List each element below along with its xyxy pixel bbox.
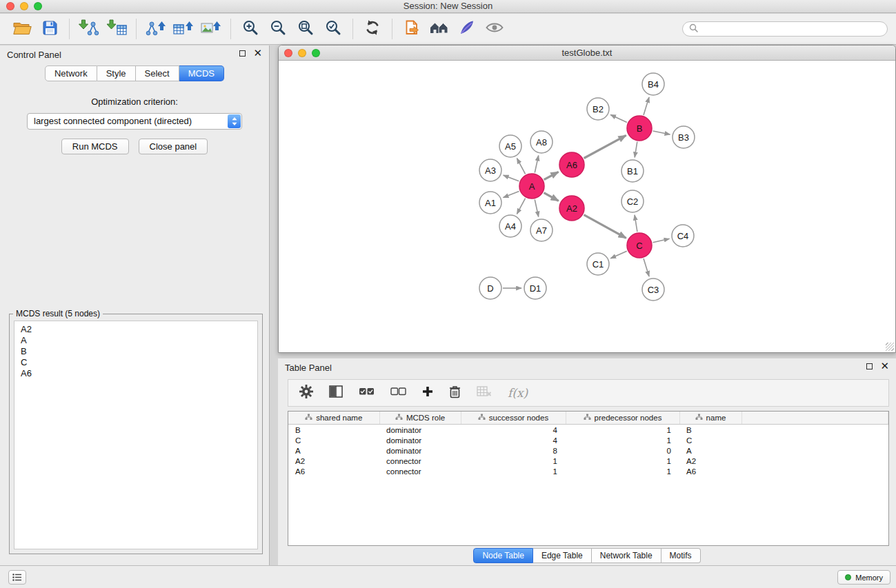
- network-node-C[interactable]: C: [627, 233, 652, 258]
- refresh-button[interactable]: [359, 16, 386, 42]
- import-table-from-file-button[interactable]: [103, 16, 130, 42]
- resize-grip[interactable]: [886, 343, 894, 351]
- export-network-button[interactable]: [142, 16, 170, 42]
- close-table-panel-icon[interactable]: ✕: [880, 363, 889, 369]
- import-network-from-file-button[interactable]: [75, 16, 103, 42]
- network-node-B[interactable]: B: [627, 116, 652, 141]
- table-row[interactable]: Bdominator41B: [288, 425, 888, 436]
- table-row[interactable]: A6connector11A6: [288, 466, 888, 476]
- delete-table-button-disabled[interactable]: [477, 386, 492, 400]
- tab-network-table[interactable]: Network Table: [592, 548, 661, 563]
- network-edge-B-B1[interactable]: [635, 142, 637, 158]
- network-graph[interactable]: B4B2BB3A5A8A6A3B1AC2A1A2A4A7C4CC1DD1C3: [279, 61, 895, 352]
- node-table[interactable]: shared nameMCDS rolesuccessor nodesprede…: [288, 411, 889, 546]
- close-window-button[interactable]: [6, 2, 14, 10]
- network-close-button[interactable]: [284, 49, 292, 57]
- open-recent-file-button[interactable]: [398, 16, 426, 42]
- table-settings-button[interactable]: [299, 385, 313, 401]
- network-edge-A-A1[interactable]: [504, 191, 519, 197]
- network-edge-C-C3[interactable]: [644, 258, 649, 276]
- network-edge-C-C2[interactable]: [635, 215, 637, 232]
- network-node-B3[interactable]: B3: [673, 126, 695, 148]
- network-node-B1[interactable]: B1: [621, 160, 644, 182]
- criterion-dropdown[interactable]: largest connected component (directed): [27, 113, 242, 130]
- network-node-A1[interactable]: A1: [479, 192, 501, 214]
- network-edge-A6-B[interactable]: [584, 135, 626, 158]
- network-node-C1[interactable]: C1: [587, 253, 609, 275]
- tab-edge-table[interactable]: Edge Table: [533, 548, 592, 563]
- column-header-successor-nodes[interactable]: successor nodes: [461, 412, 566, 425]
- network-canvas[interactable]: B4B2BB3A5A8A6A3B1AC2A1A2A4A7C4CC1DD1C3: [279, 61, 895, 352]
- network-window-titlebar[interactable]: testGlobe.txt: [279, 45, 895, 61]
- column-header-shared-name[interactable]: shared name: [288, 412, 379, 425]
- network-edge-B-B3[interactable]: [653, 131, 670, 134]
- table-row[interactable]: Cdominator41C: [288, 435, 888, 445]
- network-node-A7[interactable]: A7: [530, 219, 552, 241]
- network-edge-C-C1[interactable]: [610, 251, 627, 258]
- network-node-A8[interactable]: A8: [530, 131, 552, 153]
- network-zoom-button[interactable]: [312, 49, 320, 57]
- network-edge-A-A2[interactable]: [544, 193, 559, 201]
- network-node-A6[interactable]: A6: [559, 152, 584, 177]
- network-minimize-button[interactable]: [298, 49, 306, 57]
- search-input[interactable]: [701, 24, 881, 34]
- network-edge-A-A3[interactable]: [504, 175, 519, 181]
- table-row[interactable]: Adominator80A: [288, 445, 888, 456]
- export-image-button[interactable]: [197, 16, 225, 42]
- network-node-A3[interactable]: A3: [479, 159, 501, 181]
- network-node-C3[interactable]: C3: [642, 278, 664, 301]
- column-header-predecessor-nodes[interactable]: predecessor nodes: [566, 412, 679, 425]
- show-column-button[interactable]: [329, 385, 343, 401]
- network-node-A5[interactable]: A5: [499, 135, 521, 157]
- network-edge-A-A7[interactable]: [535, 200, 538, 217]
- network-node-A4[interactable]: A4: [499, 215, 521, 237]
- tab-select[interactable]: Select: [136, 65, 179, 81]
- show-panel-list-button[interactable]: [8, 570, 26, 585]
- column-header-name[interactable]: name: [679, 412, 741, 425]
- network-edge-A-A5[interactable]: [517, 159, 525, 174]
- open-session-button[interactable]: [8, 16, 36, 42]
- zoom-fit-button[interactable]: [292, 16, 319, 42]
- select-all-rows-button[interactable]: [359, 387, 375, 399]
- float-table-panel-icon[interactable]: [866, 363, 873, 369]
- close-panel-button[interactable]: Close panel: [139, 139, 208, 154]
- zoom-selected-button[interactable]: [319, 16, 347, 42]
- network-node-C4[interactable]: C4: [672, 225, 694, 247]
- save-session-button[interactable]: [36, 16, 63, 42]
- memory-button[interactable]: Memory: [837, 570, 890, 585]
- zoom-in-button[interactable]: [237, 16, 264, 42]
- network-edge-A-A4[interactable]: [517, 199, 525, 214]
- network-node-A[interactable]: A: [519, 174, 544, 199]
- export-table-button[interactable]: [170, 16, 197, 42]
- column-header-MCDS-role[interactable]: MCDS role: [379, 412, 461, 425]
- create-column-button[interactable]: [422, 386, 433, 400]
- home-button[interactable]: [426, 16, 453, 42]
- function-builder-button[interactable]: f(x): [508, 386, 528, 400]
- tab-network[interactable]: Network: [45, 65, 97, 81]
- network-edge-A2-C[interactable]: [584, 215, 626, 239]
- run-mcds-button[interactable]: Run MCDS: [61, 139, 129, 154]
- network-edge-B-B4[interactable]: [644, 97, 649, 115]
- network-edge-C-C4[interactable]: [653, 239, 670, 242]
- network-edge-A-A6[interactable]: [544, 172, 559, 179]
- deselect-all-rows-button[interactable]: [390, 387, 406, 399]
- network-node-D[interactable]: D: [479, 277, 501, 299]
- table-row[interactable]: A2connector11A2: [288, 456, 888, 466]
- delete-column-button[interactable]: [449, 385, 461, 401]
- mcds-result-list[interactable]: A2ABCA6: [14, 321, 258, 549]
- tab-mcds[interactable]: MCDS: [179, 65, 224, 81]
- zoom-window-button[interactable]: [34, 2, 42, 10]
- minimize-window-button[interactable]: [20, 2, 28, 10]
- tab-style[interactable]: Style: [97, 65, 136, 81]
- network-node-D1[interactable]: D1: [524, 277, 546, 299]
- help-button[interactable]: [453, 16, 481, 42]
- network-node-B2[interactable]: B2: [587, 98, 609, 120]
- network-node-C2[interactable]: C2: [621, 190, 644, 212]
- network-node-A2[interactable]: A2: [559, 196, 584, 221]
- network-node-B4[interactable]: B4: [642, 73, 664, 95]
- show-hide-button[interactable]: [481, 16, 508, 42]
- tab-node-table[interactable]: Node Table: [473, 548, 533, 563]
- search-box[interactable]: [682, 21, 888, 37]
- network-edge-B-B2[interactable]: [610, 114, 627, 122]
- float-panel-icon[interactable]: [239, 50, 246, 57]
